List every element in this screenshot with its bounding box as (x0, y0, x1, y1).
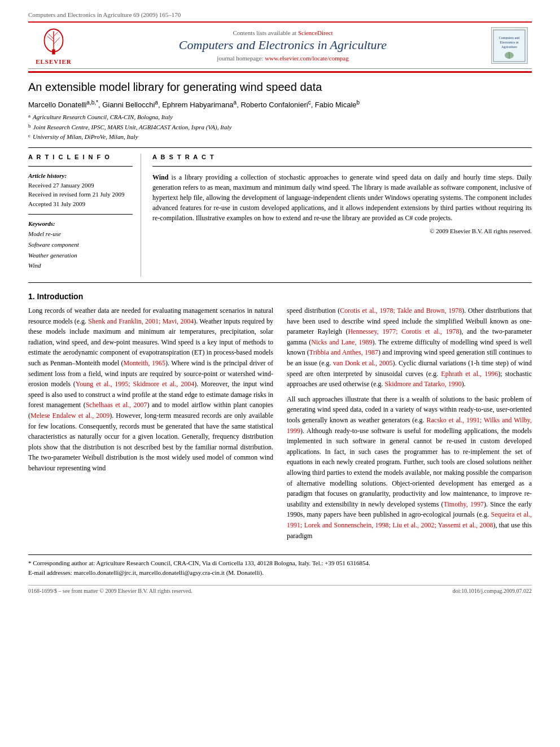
body-para-3: All such approaches illustrate that ther… (287, 394, 532, 541)
copyright-line: © 2009 Elsevier B.V. All rights reserved… (152, 228, 532, 234)
ref-corotis[interactable]: Corotis et al., 1978; Takle and Brown, 1… (340, 307, 462, 314)
elsevier-label: ELSEVIER (36, 58, 72, 65)
article-info-heading: A R T I C L E I N F O (28, 154, 133, 160)
keyword-2: Software component (28, 239, 133, 250)
ref-monteith[interactable]: Monteith, 1965 (124, 359, 165, 367)
section-1-heading: 1. Introduction (28, 292, 532, 301)
footer-issn: 0168-1699/$ – see front matter © 2009 El… (28, 588, 193, 594)
article-title: An extensible model library for generati… (28, 81, 532, 94)
ref-sequeira[interactable]: Sequeira et al., 1991; Lorek and Sonnens… (287, 510, 532, 529)
affiliation-c: c University of Milan, DiProVe, Milan, I… (28, 132, 532, 142)
article-history: Article history: Received 27 January 200… (28, 172, 133, 209)
abstract-col: A B S T R A C T Wind is a library provid… (152, 154, 532, 277)
abstract-divider (152, 166, 532, 167)
red-divider (28, 71, 532, 73)
svg-text:Agriculture: Agriculture (501, 45, 517, 49)
keyword-4: Wind (28, 260, 133, 271)
ref-shenk[interactable]: Shenk and Franklin, 2001; Mavi, 2004 (88, 317, 194, 325)
contents-line: Contents lists available at ScienceDirec… (79, 29, 487, 36)
journal-logo-image: Computers and Electronics in Agriculture (491, 27, 528, 64)
ref-hennessey[interactable]: Hennessey, 1977; Corotis et al., 1978 (348, 327, 459, 335)
ref-timothy[interactable]: Timothy, 1997 (444, 500, 484, 508)
body-para-1: Long records of weather data are needed … (28, 305, 273, 474)
authors-line: Marcello Donatellia,b,*, Gianni Bellocch… (28, 99, 532, 109)
ref-young[interactable]: Young et al., 1995; Skidmore et al., 200… (76, 380, 194, 388)
received-date: Received 27 January 2009 (28, 181, 133, 190)
svg-line-6 (54, 32, 58, 36)
body-right-col: speed distribution (Corotis et al., 1978… (287, 305, 532, 545)
svg-text:Computers and: Computers and (499, 36, 520, 40)
body-divider (28, 282, 532, 283)
history-label: Article history: (28, 172, 133, 179)
ref-vandonk[interactable]: van Donk et al., 2005 (333, 359, 392, 367)
ref-racsko[interactable]: Racsko et al., 1991; Wilks and Wilby, 19… (287, 416, 532, 435)
homepage-url[interactable]: www.elsevier.com/locate/compag (265, 55, 348, 62)
abstract-bold-word: Wind (152, 173, 168, 181)
section-divider (28, 147, 532, 148)
ref-nicks[interactable]: Nicks and Lane, 1989 (311, 338, 372, 346)
svg-line-4 (54, 37, 60, 44)
body-para-2: speed distribution (Corotis et al., 1978… (287, 305, 532, 390)
keywords-list: Model re-use Software component Weather … (28, 229, 133, 271)
svg-line-3 (47, 36, 54, 41)
affiliation-a: a Agriculture Research Council, CRA-CIN,… (28, 112, 532, 122)
ref-tribbia[interactable]: Tribbia and Anthes, 1987 (309, 348, 378, 356)
keyword-1: Model re-use (28, 229, 133, 239)
footnote-area: * Corresponding author at: Agriculture R… (28, 554, 532, 577)
accepted-date: Accepted 31 July 2009 (28, 199, 133, 209)
footnote-star: * Corresponding author at: Agriculture R… (28, 558, 532, 568)
sciencedirect-link[interactable]: ScienceDirect (298, 29, 333, 36)
ref-ephrath[interactable]: Ephrath et al., 1996 (441, 370, 498, 378)
body-left-col: Long records of weather data are needed … (28, 305, 273, 545)
section-introduction: 1. Introduction Long records of weather … (28, 292, 532, 545)
journal-logo-right: Computers and Electronics in Agriculture (487, 27, 532, 64)
ref-skidmore[interactable]: Skidmore and Tatarko, 1990 (385, 380, 462, 388)
page-footer: 0168-1699/$ – see front matter © 2009 El… (28, 585, 532, 594)
journal-ref: Computers and Electronics in Agriculture… (28, 11, 532, 18)
ref-melese[interactable]: Melese Endalew et al., 2009 (30, 412, 110, 420)
journal-center: Contents lists available at ScienceDirec… (79, 29, 487, 62)
keywords-divider (28, 214, 133, 215)
elsevier-logo: ELSEVIER (28, 26, 79, 65)
journal-header: ELSEVIER Contents lists available at Sci… (28, 21, 532, 69)
ref-schelhaas[interactable]: Schelhaas et al., 2007 (86, 401, 147, 409)
revised-date: Received in revised form 21 July 2009 (28, 190, 133, 199)
abstract-heading: A B S T R A C T (152, 154, 532, 160)
abstract-text: Wind is a library providing a collection… (152, 172, 532, 223)
info-divider (28, 166, 133, 167)
article-info-abstract: A R T I C L E I N F O Article history: R… (28, 154, 532, 277)
affiliations: a Agriculture Research Council, CRA-CIN,… (28, 112, 532, 142)
keywords-section: Keywords: Model re-use Software componen… (28, 220, 133, 271)
body-two-col: Long records of weather data are needed … (28, 305, 532, 545)
keywords-label: Keywords: (28, 220, 133, 227)
article-info-col: A R T I C L E I N F O Article history: R… (28, 154, 141, 277)
keyword-3: Weather generation (28, 250, 133, 261)
affiliation-b: b Joint Research Centre, IPSC, MARS Unit… (28, 123, 532, 132)
svg-text:Electronics in: Electronics in (500, 41, 518, 44)
journal-homepage: journal homepage: www.elsevier.com/locat… (79, 55, 487, 62)
elsevier-tree-icon (37, 26, 71, 57)
journal-title: Computers and Electronics in Agriculture (79, 38, 487, 53)
footer-doi: doi:10.1016/j.compag.2009.07.022 (453, 588, 532, 594)
footnote-email-addresses[interactable]: marcello.donatelli@jrc.it, marcello.dona… (74, 569, 264, 576)
footnote-email: E-mail addresses: marcello.donatelli@jrc… (28, 568, 532, 578)
